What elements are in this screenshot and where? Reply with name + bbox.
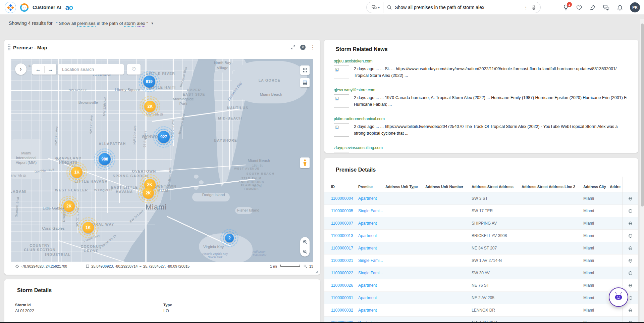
chat-button[interactable] — [603, 4, 610, 11]
cell-premise-link[interactable]: Apartment — [358, 308, 385, 313]
cell-globe-action[interactable] — [623, 283, 638, 288]
column-header[interactable]: Address City — [583, 185, 610, 189]
column-header[interactable]: Address Unit Type — [385, 185, 425, 189]
cell-globe-action[interactable] — [623, 308, 638, 313]
cell-premise-link[interactable]: Single Fami... — [358, 271, 385, 275]
query-segment: alex — [137, 21, 145, 27]
table-row[interactable]: 1100000004 Apartment SW 3 ST Miami — [324, 192, 638, 204]
map-viewport[interactable]: North Bay VillageGladeviewLITTLE RIVERLI… — [11, 59, 313, 262]
global-search-bar[interactable]: ▾ ⋮ — [366, 2, 541, 13]
cluster-marker[interactable]: 2K — [144, 101, 156, 112]
map-layers-button[interactable] — [300, 78, 310, 87]
column-header[interactable]: Address Street Address — [472, 185, 522, 189]
news-source-link[interactable]: qjevx.wmylifestore.com — [334, 88, 375, 92]
search-input[interactable] — [395, 5, 521, 10]
cell-globe-action[interactable] — [623, 209, 638, 213]
road — [58, 59, 59, 262]
cell-premise-link[interactable]: Apartment — [358, 221, 385, 226]
app-launcher-button[interactable] — [5, 2, 16, 13]
cluster-marker[interactable]: 1K — [83, 222, 94, 233]
cell-globe-action[interactable] — [623, 271, 638, 275]
results-dropdown-caret[interactable]: ▾ — [151, 21, 153, 26]
cell-id-link[interactable]: 1100000021 — [331, 258, 358, 263]
column-header[interactable]: Premise — [358, 185, 385, 189]
map-history-buttons[interactable]: ← → — [32, 64, 56, 75]
page-scrollbar[interactable] — [640, 19, 644, 323]
table-row[interactable]: 1100000031 Apartment NE 2 AV 205 Miami — [324, 291, 638, 304]
column-header[interactable]: Address Unit Number — [425, 185, 472, 189]
cell-id-link[interactable]: 1100000031 — [331, 295, 358, 300]
card-resize-handle[interactable] — [315, 270, 319, 274]
cell-id-link[interactable]: 1100000004 — [331, 196, 358, 201]
cell-premise-link[interactable]: Apartment — [358, 246, 385, 250]
table-row[interactable]: 1100000007 Apartment SHIPPING AV Miami — [324, 217, 638, 229]
cluster-marker[interactable]: 927 — [158, 131, 170, 143]
table-row[interactable]: 1100000017 Apartment NE 34 ST 207 Miami — [324, 242, 638, 254]
fullscreen-icon — [303, 68, 308, 73]
cell-id-link[interactable]: 1100000017 — [331, 246, 358, 250]
microphone-icon[interactable] — [531, 5, 540, 10]
cluster-marker[interactable]: 1K — [71, 167, 83, 178]
drag-handle-icon[interactable] — [8, 44, 10, 50]
back-arrow-button[interactable]: ← — [32, 66, 44, 73]
cell-globe-action[interactable] — [623, 196, 638, 201]
cell-globe-action[interactable] — [623, 246, 638, 250]
street-view-pegman-button[interactable] — [300, 157, 310, 168]
cluster-marker[interactable]: 2K — [63, 200, 75, 212]
map-zoom-controls[interactable] — [300, 237, 310, 257]
assistant-bot-button[interactable] — [609, 287, 628, 307]
cell-id-link[interactable]: 1100000032 — [331, 308, 358, 313]
column-header[interactable]: ID — [331, 185, 358, 189]
card-menu-button[interactable]: ⋮ — [310, 44, 315, 50]
map-panel-toggle-button[interactable]: › — [15, 63, 26, 75]
cell-id-link[interactable]: 1100000026 — [331, 283, 358, 288]
cell-id-link[interactable]: 1100000022 — [331, 271, 358, 275]
close-card-button[interactable]: ✕ — [300, 45, 306, 50]
map-fullscreen-button[interactable] — [300, 65, 310, 75]
table-row[interactable]: 1100000022 Single Fami... SW 30 AV Miami — [324, 267, 638, 279]
cluster-marker[interactable]: 988 — [99, 153, 111, 165]
search-mode-selector[interactable]: ▾ — [367, 2, 383, 13]
table-row[interactable]: 1100000013 Apartment BRICKELL AV 3908 Mi… — [324, 229, 638, 242]
insights-bulb-button[interactable]: 2 — [562, 4, 569, 11]
cell-premise-link[interactable]: Apartment — [358, 283, 385, 288]
table-row[interactable]: 1100000026 Apartment NE 76 ST Miami — [324, 279, 638, 291]
cluster-marker[interactable]: 2K — [143, 187, 154, 199]
favorites-button[interactable] — [576, 4, 583, 11]
cell-premise-link[interactable]: Single Fami... — [358, 209, 385, 213]
user-avatar[interactable]: PR — [630, 2, 640, 12]
location-search-input[interactable] — [58, 67, 124, 72]
map-favorite-button[interactable]: ♡ — [127, 64, 141, 75]
cell-globe-action[interactable] — [623, 221, 638, 226]
table-row[interactable]: 1100000032 Apartment LENNOX DR Miami — [324, 304, 638, 316]
annotate-button[interactable] — [589, 4, 596, 11]
zoom-in-button[interactable] — [300, 237, 310, 247]
cluster-marker[interactable]: 919 — [143, 76, 155, 88]
news-source-link[interactable]: pkitm.radinomechanical.com — [334, 117, 385, 121]
search-options-icon[interactable]: ⋮ — [521, 5, 531, 10]
news-source-link[interactable]: opjuu.axxistoken.com — [334, 59, 372, 63]
cell-street-address: SW 3 ST — [472, 196, 522, 201]
notifications-button[interactable] — [616, 4, 623, 11]
cell-id-link[interactable]: 1100000013 — [331, 233, 358, 238]
scrollbar-thumb[interactable] — [641, 24, 644, 206]
cell-globe-action[interactable] — [623, 259, 638, 263]
expand-card-button[interactable] — [291, 45, 296, 50]
column-header[interactable]: Addre — [610, 185, 623, 189]
map-location-search[interactable] — [58, 64, 124, 75]
column-header[interactable]: Address Street Address Line 2 — [522, 185, 583, 189]
zoom-out-button[interactable] — [300, 247, 310, 257]
table-row[interactable]: 1100000005 Single Fami... SW 17 TER Miam… — [324, 204, 638, 217]
table-row[interactable]: 1100000021 Single Fami... SW 1 AV 2714-N… — [324, 254, 638, 267]
cell-premise-link[interactable]: Apartment — [358, 196, 385, 201]
cell-premise-link[interactable]: Apartment — [358, 295, 385, 300]
globe-icon — [628, 296, 633, 300]
news-source-link[interactable]: zfayq.sevinsconsulting.com — [334, 145, 383, 150]
cell-id-link[interactable]: 1100000005 — [331, 209, 358, 213]
cell-globe-action[interactable] — [623, 234, 638, 238]
cell-premise-link[interactable]: Apartment — [358, 233, 385, 238]
forward-arrow-button[interactable]: → — [45, 66, 57, 73]
cell-premise-link[interactable]: Single Fami... — [358, 258, 385, 263]
cell-id-link[interactable]: 1100000007 — [331, 221, 358, 226]
cluster-marker[interactable]: 2 — [225, 234, 234, 242]
